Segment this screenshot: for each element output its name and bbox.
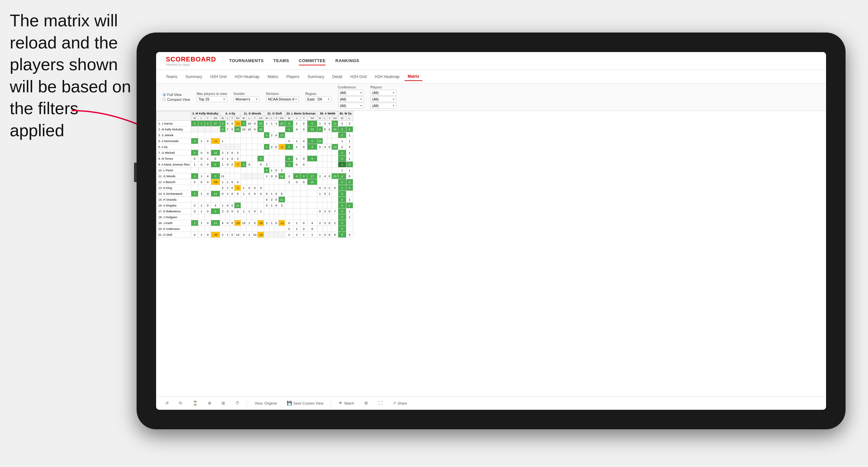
redo-icon: ↻ [179, 401, 182, 406]
player-name: 18. J Hodgson [156, 214, 191, 220]
players-select-3[interactable]: (All) [370, 103, 397, 108]
sub-nav-matrix2[interactable]: Matrix [405, 72, 423, 81]
player-name: 14. S Srichantamit [156, 191, 191, 197]
sub-l-4: L [270, 116, 274, 121]
player-name: 17. D Ballesteros [156, 209, 191, 214]
sub-t-4: T [274, 116, 278, 121]
sub-nav-summary[interactable]: Summary [182, 73, 205, 81]
sub-nav-detail[interactable]: Detail [329, 73, 346, 81]
table-row: 19. J Karth 31019 400-20 1310-35 210-12 … [156, 220, 353, 226]
players-filter: Players (All) (All) (All) [370, 86, 397, 108]
sub-l-7: L [346, 116, 353, 121]
save-custom-label: Save Custom View [293, 401, 323, 405]
player-name: 9. A Maria Jimenez Rios [156, 162, 191, 167]
table-row: 8. M Torres 0010 2102 3 0108 01 [156, 156, 353, 162]
table-wrapper[interactable]: 2. M Kelly Mulcahy 6. A Dy 11. G Woods 2… [156, 111, 826, 410]
player-name: 2. M Kelly Mulcahy [156, 126, 191, 132]
filters-row: Full View Compact View Max players in vi… [156, 84, 826, 111]
share-button[interactable]: ↗ Share [390, 399, 409, 407]
undo-button[interactable]: ↺ [163, 399, 172, 407]
division-select[interactable]: NCAA Division II [266, 96, 299, 102]
conference-select-1[interactable]: (All) [338, 90, 364, 96]
player-name: 3. S Jelinek [156, 132, 191, 138]
sub-nav-teams[interactable]: Teams [163, 73, 181, 81]
zoom-icon: ⊕ [208, 401, 211, 406]
player-name: 1. J Garcia [156, 121, 191, 126]
save-custom-button[interactable]: 💾 Save Custom View [284, 399, 326, 407]
watch-button[interactable]: 👁 Watch [336, 399, 357, 407]
nav-items: TOURNAMENTS TEAMS COMMITTEE RANKINGS [229, 57, 359, 65]
sub-t-1: T [205, 116, 211, 121]
table-row: 20. E Andersson 0108 0 [156, 226, 353, 232]
sub-nav-h2h-grid[interactable]: H2H Grid [207, 73, 230, 81]
annotation-text: The matrix will reload and the players s… [10, 10, 133, 142]
tablet-screen: SCOREBOARD Powered by clippd TOURNAMENTS… [156, 52, 826, 410]
player-name: 13. N Klug [156, 185, 191, 191]
region-filter: Region East - DII [305, 92, 331, 102]
conference-select-2[interactable]: (All) [338, 96, 364, 102]
history-icon: ⌛ [192, 401, 198, 406]
sub-nav-h2h-heatmap2[interactable]: H2H Heatmap [371, 73, 403, 81]
sub-d-3: Dif [257, 116, 264, 121]
timer-button[interactable]: ⏱ [232, 399, 242, 407]
col-header-webb: 38. A Webb [317, 111, 338, 116]
sub-d-6: Dif [332, 116, 338, 121]
gender-select[interactable]: Women's [234, 96, 259, 102]
max-players-select[interactable]: Top 25 [197, 96, 227, 102]
table-row: 3. S Jelinek 02017 01 [156, 132, 353, 138]
player-name: 11. G Woods [156, 173, 191, 179]
col-header-za: 60. W Za [338, 111, 353, 116]
sub-nav-h2h-heatmap[interactable]: H2H Heatmap [231, 73, 263, 81]
col-header-stoll: 21. O Stoll [264, 111, 285, 116]
sub-nav-summary2[interactable]: Summary [304, 73, 327, 81]
sub-nav-matrix[interactable]: Matrix [265, 73, 282, 81]
players-select-2[interactable]: (All) [370, 96, 397, 102]
sub-d-5: Dif [307, 116, 317, 121]
player-name: 10. L Perini [156, 167, 191, 173]
logo-scoreboard: SCOREBOARD [166, 56, 216, 63]
conference-select-3[interactable]: (All) [338, 103, 364, 108]
table-row: 12. A Bianchi 200-58 1104 20025 00 [156, 179, 353, 185]
nav-teams[interactable]: TEAMS [274, 57, 289, 65]
nav-rankings[interactable]: RANKINGS [335, 57, 359, 65]
compact-view-radio[interactable] [163, 98, 166, 101]
zoom-button[interactable]: ⊕ [205, 399, 214, 407]
col-header-woods: 11. G Woods [241, 111, 264, 116]
tablet-frame: SCOREBOARD Powered by clippd TOURNAMENTS… [136, 33, 845, 429]
conference-filter: Conference (All) (All) (All) [338, 86, 364, 108]
nav-tournaments[interactable]: TOURNAMENTS [229, 57, 264, 65]
watch-icon: 👁 [339, 401, 343, 406]
players-select-1[interactable]: (All) [370, 90, 397, 96]
col-header-mulcahy: 2. M Kelly Mulcahy [191, 111, 220, 116]
sub-nav-players[interactable]: Players [283, 73, 303, 81]
share-label: Share [397, 401, 407, 405]
view-original-button[interactable]: View: Original [252, 400, 279, 406]
full-view-radio[interactable] [163, 93, 166, 96]
timer-icon: ⏱ [235, 401, 239, 406]
compact-view-option[interactable]: Compact View [163, 98, 190, 101]
sub-nav-h2h-grid2[interactable]: H2H Grid [347, 73, 370, 81]
player-name: 12. A Bianchi [156, 179, 191, 185]
sub-t-3: T [252, 116, 257, 121]
logo-area: SCOREBOARD Powered by clippd [166, 56, 216, 66]
nav-committee[interactable]: COMMITTEE [299, 57, 326, 65]
grid-button[interactable]: ⊞ [219, 399, 228, 407]
sub-w-7: W [338, 116, 346, 121]
watch-label: Watch [344, 401, 354, 405]
region-select[interactable]: East - DII [305, 96, 331, 102]
settings-button[interactable]: ⚙ [362, 399, 371, 407]
settings-icon: ⚙ [364, 401, 368, 406]
compact-view-label: Compact View [167, 98, 190, 101]
sub-l-3: L [247, 116, 252, 121]
table-row: 13. N Klug 210-2 1003 0210 10 [156, 185, 353, 191]
redo-button[interactable]: ↻ [176, 399, 185, 407]
max-players-label: Max players in view [197, 92, 227, 96]
full-view-option[interactable]: Full View [163, 93, 190, 97]
history-button[interactable]: ⌛ [190, 399, 200, 407]
col-header-dy: 6. A Dy [220, 111, 241, 116]
table-row: 14. S Srichantamit 31014 0105 1204 0105 … [156, 191, 353, 197]
expand-button[interactable]: ⛶ [376, 399, 385, 407]
player-name: 15. H Stranda [156, 197, 191, 203]
player-name: 16. X Mcgaha [156, 203, 191, 209]
undo-icon: ↺ [165, 401, 169, 406]
